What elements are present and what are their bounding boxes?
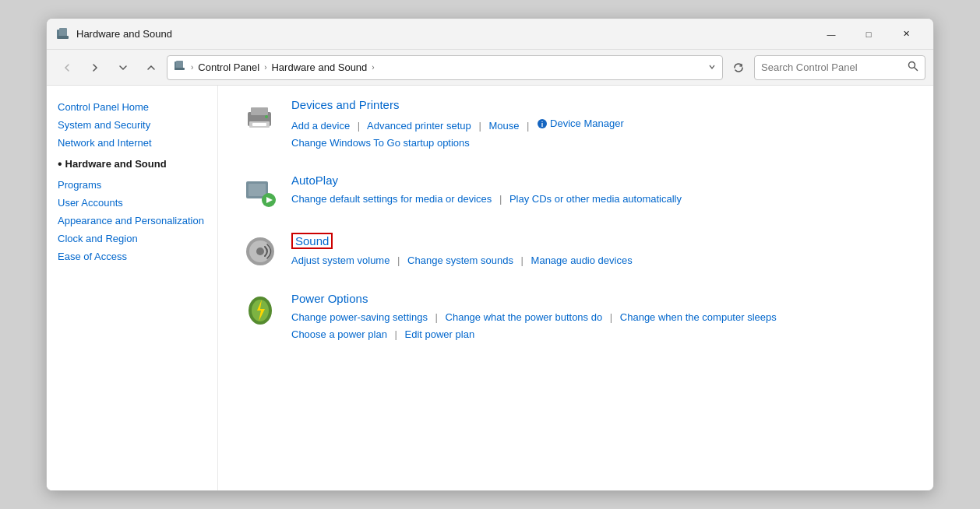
sound-links: Adjust system volume | Change system sou… [291,252,633,269]
up-button[interactable] [139,55,164,80]
address-dropdown-button[interactable] [708,61,716,73]
change-default-media-link[interactable]: Change default settings for media or dev… [291,193,492,205]
address-bar-icon [174,60,186,75]
sidebar-item-ease-access[interactable]: Ease of Access [58,247,206,265]
play-cds-link[interactable]: Play CDs or other media automatically [509,193,682,205]
autoplay-icon [241,174,279,211]
manage-audio-link[interactable]: Manage audio devices [531,254,633,266]
svg-point-21 [256,247,264,255]
sidebar: Control Panel Home System and Security N… [47,86,218,490]
svg-rect-2 [58,36,69,39]
sound-title[interactable]: Sound [291,233,333,249]
sound-icon [241,233,279,270]
sidebar-item-system-security[interactable]: System and Security [58,116,206,134]
svg-text:i: i [541,121,544,128]
sidebar-item-clock-region[interactable]: Clock and Region [58,230,206,247]
change-sounds-link[interactable]: Change system sounds [407,254,513,266]
maximize-button[interactable]: □ [851,22,887,47]
content-area: Devices and Printers Add a device | Adva… [218,86,933,490]
sound-body: Sound Adjust system volume | Change syst… [291,233,633,269]
search-input[interactable] [761,61,903,73]
minimize-button[interactable]: — [813,22,849,47]
sidebar-item-programs[interactable]: Programs [58,176,206,194]
back-button[interactable] [55,55,79,80]
sidebar-item-hardware-sound-row: • Hardware and Sound [58,152,206,176]
svg-rect-11 [252,123,266,126]
window-title: Hardware and Sound [76,28,813,40]
sidebar-item-hardware-sound[interactable]: Hardware and Sound [65,155,167,173]
address-hardware: Hardware and Sound [271,61,367,73]
power-buttons-link[interactable]: Change what the power buttons do [446,311,603,323]
power-section: Power Options Change power-saving settin… [241,292,910,343]
windows-to-go-link[interactable]: Change Windows To Go startup options [291,137,470,149]
mouse-link[interactable]: Mouse [488,120,519,132]
choose-power-plan-link[interactable]: Choose a power plan [291,328,387,340]
autoplay-title[interactable]: AutoPlay [291,174,338,187]
main-content: Control Panel Home System and Security N… [47,86,933,490]
toolbar: › Control Panel › Hardware and Sound › [47,50,933,86]
autoplay-body: AutoPlay Change default settings for med… [291,174,682,208]
address-bar[interactable]: › Control Panel › Hardware and Sound › [167,55,723,80]
sidebar-item-control-panel-home[interactable]: Control Panel Home [58,98,206,116]
power-links: Change power-saving settings | Change wh… [291,309,777,343]
sidebar-active-bullet: • [58,157,62,171]
sidebar-item-appearance[interactable]: Appearance and Personalization [58,212,206,230]
svg-rect-9 [251,107,268,115]
search-box[interactable] [754,55,925,80]
advanced-printer-link[interactable]: Advanced printer setup [367,120,471,132]
address-chevron-3: › [372,63,374,72]
close-button[interactable]: ✕ [888,22,924,47]
autoplay-links: Change default settings for media or dev… [291,191,682,208]
svg-rect-5 [174,68,185,70]
sidebar-item-network-internet[interactable]: Network and Internet [58,134,206,152]
power-title[interactable]: Power Options [291,292,368,305]
forward-button[interactable] [83,55,108,80]
svg-rect-16 [249,184,266,196]
svg-line-7 [915,68,918,71]
recent-locations-button[interactable] [111,55,136,80]
add-device-link[interactable]: Add a device [291,120,350,132]
devices-icon [241,98,279,135]
refresh-button[interactable] [726,55,751,80]
address-chevron-2: › [264,63,266,72]
computer-sleeps-link[interactable]: Change when the computer sleeps [620,311,777,323]
power-saving-link[interactable]: Change power-saving settings [291,311,428,323]
address-chevron-1: › [191,63,193,72]
edit-power-plan-link[interactable]: Edit power plan [405,328,475,340]
search-button[interactable] [908,61,918,74]
adjust-volume-link[interactable]: Adjust system volume [291,254,390,266]
device-manager-link[interactable]: Device Manager [550,115,624,132]
devices-title[interactable]: Devices and Printers [291,98,399,111]
autoplay-section: AutoPlay Change default settings for med… [241,174,910,211]
window-controls: — □ ✕ [813,22,924,47]
devices-body: Devices and Printers Add a device | Adva… [291,98,624,152]
address-control-panel: Control Panel [198,61,259,73]
devices-section: Devices and Printers Add a device | Adva… [241,98,910,152]
sidebar-item-user-accounts[interactable]: User Accounts [58,194,206,212]
window: Hardware and Sound — □ ✕ [46,18,934,491]
title-bar: Hardware and Sound — □ ✕ [47,19,933,50]
power-body: Power Options Change power-saving settin… [291,292,777,343]
sound-section: Sound Adjust system volume | Change syst… [241,233,910,270]
window-icon [56,27,70,41]
svg-point-12 [265,115,268,118]
power-icon [241,292,279,329]
devices-links: Add a device | Advanced printer setup | … [291,115,624,152]
